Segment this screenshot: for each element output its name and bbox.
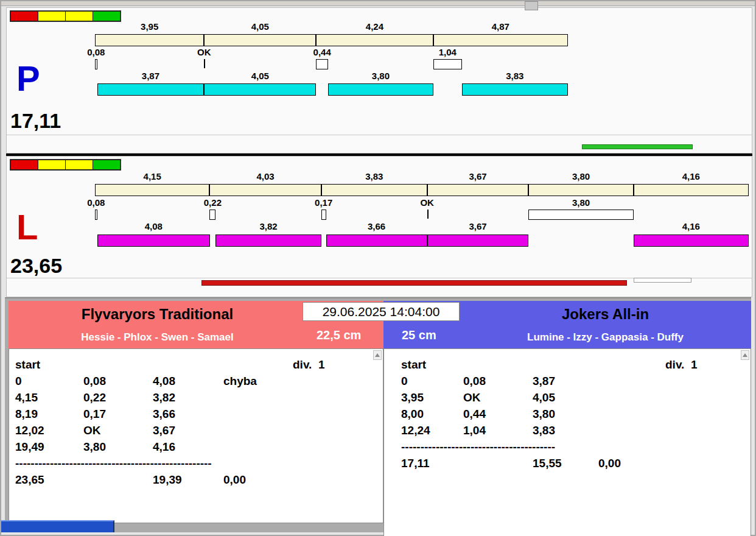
team-members-left: Hessie - Phlox - Swen - Samael — [9, 331, 306, 344]
segment-bar — [528, 184, 634, 196]
results-table-right: startdiv. 100,083,873,95OK4,058,000,443,… — [383, 348, 751, 536]
total-cell: 23,65 — [15, 471, 44, 488]
lane-panel-l: 4,154,033,833,673,804,160,080,220,17OK3,… — [6, 156, 752, 297]
table-row: ----------------------------------------… — [9, 455, 383, 471]
result-cell: 0,08 — [463, 373, 486, 389]
result-cell: 4,15 — [15, 389, 38, 406]
segment-bar — [433, 34, 568, 46]
run-bar — [326, 234, 427, 247]
app-window: 3,954,054,244,870,08OK0,441,043,874,053,… — [0, 0, 756, 536]
table-row: 3,95OK4,05 — [384, 389, 751, 406]
segment-bar — [209, 184, 321, 196]
jump-height-left: 22,5 cm — [317, 328, 361, 342]
change-box — [433, 59, 462, 69]
result-cell: OK — [83, 422, 101, 439]
run-bar — [427, 234, 529, 247]
table-row: 19,493,804,16 — [9, 439, 383, 455]
teams-section: Flyvaryors Traditional Hessie - Phlox - … — [5, 297, 751, 532]
lane-letter-p: P — [16, 60, 40, 97]
change-time-label: 1,04 — [420, 47, 475, 57]
result-cell: 0,22 — [83, 389, 106, 406]
result-cell: 8,19 — [15, 406, 38, 422]
table-row: 00,083,87 — [384, 373, 751, 389]
separator-line — [7, 135, 752, 135]
run-bar — [97, 83, 205, 96]
result-cell: 3,67 — [153, 422, 175, 439]
timing-track-p: 3,954,054,244,870,08OK0,441,043,874,053,… — [7, 8, 752, 153]
run-bar — [204, 83, 316, 96]
segment-bar — [95, 34, 204, 46]
lane-letter-l: L — [16, 209, 38, 246]
team-name-right: Jokers All-in — [460, 306, 751, 323]
result-cell: 12,24 — [401, 422, 430, 439]
change-box — [528, 210, 634, 220]
segment-time-label: 3,80 — [554, 171, 609, 182]
table-row: ---------------------------------------- — [384, 439, 751, 455]
result-cell: 1,04 — [463, 422, 486, 439]
run-bar — [215, 234, 321, 247]
change-time-label: 0,17 — [296, 197, 351, 208]
run-time-label: 3,67 — [450, 221, 505, 231]
lane-total-time-l: 23,65 — [10, 254, 62, 278]
change-time-label: 3,80 — [554, 197, 609, 208]
table-row: 23,6519,390,00 — [9, 471, 383, 488]
team-members-right: Lumine - Izzy - Gappasia - Duffy — [460, 331, 751, 344]
result-cell: 3,66 — [153, 406, 175, 422]
change-time-label: OK — [400, 197, 455, 208]
change-box — [209, 210, 215, 220]
background-taskbar-fragment — [1, 520, 114, 532]
run-time-label: 3,83 — [488, 71, 542, 81]
segment-time-label: 4,24 — [347, 21, 402, 32]
result-cell: OK — [463, 389, 481, 406]
timing-track-l: 4,154,033,833,673,804,160,080,220,17OK3,… — [7, 157, 752, 297]
results-table-left: startdiv. 100,084,08chyba4,150,223,828,1… — [9, 348, 383, 523]
run-time-label: 4,05 — [233, 71, 287, 81]
table-divider: ---------------------------------------- — [401, 439, 555, 455]
team-name-left: Flyvaryors Traditional — [9, 306, 306, 323]
lane-panel-p: 3,954,054,244,870,08OK0,441,043,874,053,… — [6, 7, 752, 153]
total-cell: 0,00 — [598, 455, 621, 471]
race-progress-p — [582, 144, 693, 149]
result-cell: 0,08 — [83, 373, 106, 389]
change-box — [95, 59, 97, 69]
result-cell: 3,80 — [83, 439, 106, 455]
result-cell: 4,16 — [153, 439, 175, 455]
result-cell: 0,17 — [83, 406, 106, 422]
table-row: 8,000,443,80 — [384, 406, 751, 422]
run-time-label: 3,80 — [353, 71, 408, 81]
table-row: startdiv. 1 — [384, 356, 751, 373]
segment-time-label: 3,83 — [347, 171, 402, 182]
segment-time-label: 4,03 — [238, 171, 293, 182]
result-cell: 8,00 — [401, 406, 424, 422]
result-cell: 0 — [401, 373, 408, 389]
segment-time-label: 4,15 — [125, 171, 180, 182]
background-window-fragment — [525, 1, 538, 10]
change-time-label: 0,08 — [69, 197, 124, 208]
result-cell: 12,02 — [15, 422, 44, 439]
table-row: 4,150,223,82 — [9, 389, 383, 406]
table-divider: ----------------------------------------… — [15, 455, 212, 471]
table-row: 8,190,173,66 — [9, 406, 383, 422]
table-header-start: start — [15, 356, 40, 373]
segment-bar — [204, 34, 316, 46]
change-time-label: OK — [177, 47, 231, 57]
total-cell: 17,11 — [401, 455, 430, 471]
result-cell: 3,95 — [401, 389, 424, 406]
result-cell: 3,80 — [533, 406, 555, 422]
table-header-division: div. 1 — [665, 356, 697, 373]
titlebar-strip — [1, 1, 755, 6]
result-cell: chyba — [223, 373, 257, 389]
segment-time-label: 4,87 — [473, 21, 528, 32]
lane-total-time-p: 17,11 — [10, 109, 61, 133]
run-bar — [634, 234, 749, 247]
change-tick — [204, 59, 205, 68]
result-cell: 3,83 — [533, 422, 555, 439]
table-row: 12,02OK3,67 — [9, 422, 383, 439]
race-timestamp: 29.06.2025 14:04:00 — [303, 302, 460, 321]
segment-bar — [427, 184, 529, 196]
segment-time-label: 3,95 — [122, 21, 177, 32]
run-bar — [462, 83, 568, 96]
total-cell: 19,39 — [153, 471, 182, 488]
result-cell: 4,05 — [533, 389, 555, 406]
result-cell: 0,44 — [463, 406, 486, 422]
